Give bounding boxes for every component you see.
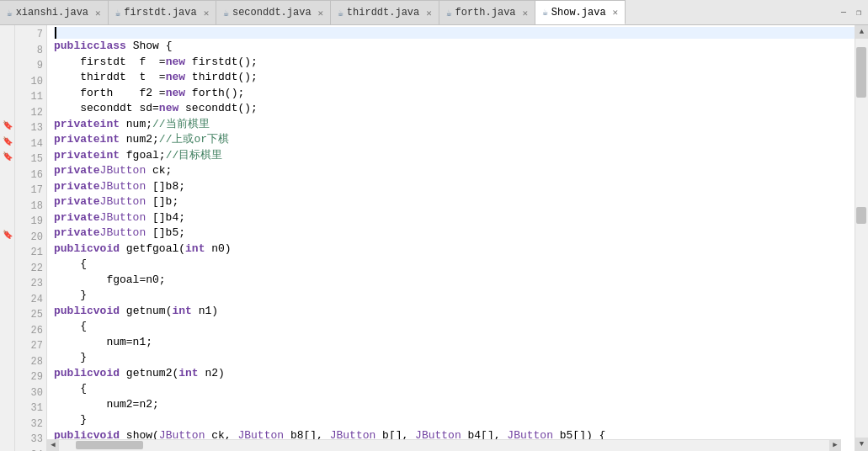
scroll-left-button[interactable]: ◀	[47, 440, 59, 452]
line-number-29: 29	[15, 369, 43, 385]
line-number-11: 11	[15, 89, 43, 105]
line-number-17: 17	[15, 183, 43, 199]
tab-show-label: Show.java	[551, 7, 606, 19]
line-number-14: 14	[15, 136, 43, 152]
tab-firstdt[interactable]: ☕ firstdt.java ✕	[109, 0, 217, 24]
code-line-28: }	[54, 350, 855, 366]
line-number-31: 31	[15, 401, 43, 417]
h-scroll-track[interactable]	[59, 440, 829, 451]
tab-show-close[interactable]: ✕	[613, 7, 619, 18]
line-number-25: 25	[15, 307, 43, 323]
line-number-19: 19	[15, 214, 43, 230]
bookmark-13: 🔖	[0, 120, 15, 130]
code-line-32: }	[54, 412, 855, 428]
v-scroll-thumb2[interactable]	[856, 207, 866, 224]
tab-firstdt-icon: ☕	[115, 8, 121, 19]
line-number-12: 12	[15, 105, 43, 121]
tab-show[interactable]: ☕ Show.java ✕	[535, 0, 626, 24]
code-line-13: private int num;//当前棋里	[54, 117, 855, 133]
line-number-24: 24	[15, 292, 43, 308]
tab-bar: ☕ xianshi.java ✕ ☕ firstdt.java ✕ ☕ seco…	[0, 0, 868, 25]
code-line-22: {	[54, 257, 855, 273]
code-line-12: seconddt sd=new seconddt();	[54, 101, 855, 117]
tab-xianshi[interactable]: ☕ xianshi.java ✕	[0, 0, 109, 24]
tab-firstdt-label: firstdt.java	[124, 7, 196, 19]
line-numbers: 7891011121314151617181920212223242526272…	[15, 25, 47, 451]
code-line-31: num2=n2;	[54, 397, 855, 413]
code-line-21: public void getfgoal(int n0)	[54, 241, 855, 257]
tab-seconddt[interactable]: ☕ seconddt.java ✕	[216, 0, 331, 24]
tab-forth[interactable]: ☕ forth.java ✕	[439, 0, 535, 24]
line-number-18: 18	[15, 199, 43, 215]
code-line-14: private int num2;//上或or下棋	[54, 132, 855, 148]
code-content[interactable]: public class Show { firstdt f =new first…	[47, 25, 855, 451]
line-number-27: 27	[15, 338, 43, 354]
line-number-9: 9	[15, 58, 43, 74]
line-number-30: 30	[15, 385, 43, 401]
tab-seconddt-icon: ☕	[223, 8, 229, 19]
code-line-19: private JButton []b4;	[54, 210, 855, 226]
bookmark-20: 🔖	[0, 230, 15, 240]
tab-thirddt-icon: ☕	[338, 8, 343, 19]
code-line-27: num=n1;	[54, 335, 855, 351]
code-line-29: public void getnum2(int n2)	[54, 366, 855, 382]
line-number-10: 10	[15, 74, 43, 90]
tab-seconddt-label: seconddt.java	[232, 7, 312, 19]
scroll-right-button[interactable]: ▶	[829, 440, 841, 452]
tab-thirddt[interactable]: ☕ thirddt.java ✕	[331, 0, 439, 24]
scroll-down-button[interactable]: ▼	[855, 438, 869, 451]
tab-xianshi-close[interactable]: ✕	[95, 8, 101, 19]
code-line-10: thirddt t =new thirddt();	[54, 70, 855, 86]
line-number-16: 16	[15, 167, 43, 183]
tab-xianshi-icon: ☕	[7, 8, 13, 19]
code-line-25: public void getnum(int n1)	[54, 304, 855, 320]
code-line-11: forth f2 =new forth();	[54, 86, 855, 102]
code-line-20: private JButton []b5;	[54, 226, 855, 241]
line-number-26: 26	[15, 323, 43, 339]
line-number-28: 28	[15, 354, 43, 370]
tab-forth-label: forth.java	[455, 7, 516, 19]
line-number-8: 8	[15, 43, 43, 59]
minimize-button[interactable]: —	[838, 7, 849, 19]
tab-forth-icon: ☕	[446, 8, 452, 19]
code-line-24: }	[54, 288, 855, 304]
code-line-9: firstdt f =new firstdt();	[54, 55, 855, 71]
tab-xianshi-label: xianshi.java	[16, 7, 88, 19]
h-scroll-thumb[interactable]	[76, 441, 143, 449]
v-scroll-thumb[interactable]	[856, 47, 866, 98]
tab-forth-close[interactable]: ✕	[523, 8, 529, 19]
scroll-up-button[interactable]: ▲	[855, 25, 869, 39]
gutter-icons: 🔖 🔖 🔖 🔖	[0, 25, 15, 451]
code-line-26: {	[54, 319, 855, 335]
code-line-30: {	[54, 381, 855, 397]
line-number-7: 7	[15, 27, 43, 43]
editor-area: 🔖 🔖 🔖 🔖 78910111213141516171819202122232…	[0, 25, 868, 451]
line-number-33: 33	[15, 432, 43, 448]
line-number-20: 20	[15, 230, 43, 246]
code-line-17: private JButton []b8;	[54, 179, 855, 195]
line-number-32: 32	[15, 417, 43, 432]
code-line-16: private JButton ck;	[54, 163, 855, 179]
tab-thirddt-close[interactable]: ✕	[426, 8, 432, 19]
line-number-15: 15	[15, 151, 43, 167]
bookmark-15: 🔖	[0, 151, 15, 162]
bookmark-14: 🔖	[0, 136, 15, 146]
line-number-13: 13	[15, 120, 43, 136]
line-number-34: 34	[15, 448, 43, 452]
line-number-22: 22	[15, 261, 43, 277]
code-line-8: public class Show {	[54, 39, 855, 55]
maximize-button[interactable]: ❐	[853, 7, 865, 19]
window-controls: — ❐	[838, 0, 868, 24]
tab-show-icon: ☕	[542, 7, 548, 18]
tab-seconddt-close[interactable]: ✕	[318, 8, 324, 19]
code-line-15: private int fgoal;//目标棋里	[54, 148, 855, 164]
vertical-scrollbar[interactable]: ▲ ▼	[855, 25, 868, 451]
tab-firstdt-close[interactable]: ✕	[204, 8, 210, 19]
code-line-18: private JButton []b;	[54, 194, 855, 210]
horizontal-scrollbar[interactable]: ◀ ▶	[47, 439, 841, 451]
v-scroll-track	[855, 39, 868, 438]
code-line-7	[54, 27, 855, 39]
tab-thirddt-label: thirddt.java	[347, 7, 419, 19]
line-number-21: 21	[15, 245, 43, 261]
code-line-23: fgoal=n0;	[54, 273, 855, 289]
